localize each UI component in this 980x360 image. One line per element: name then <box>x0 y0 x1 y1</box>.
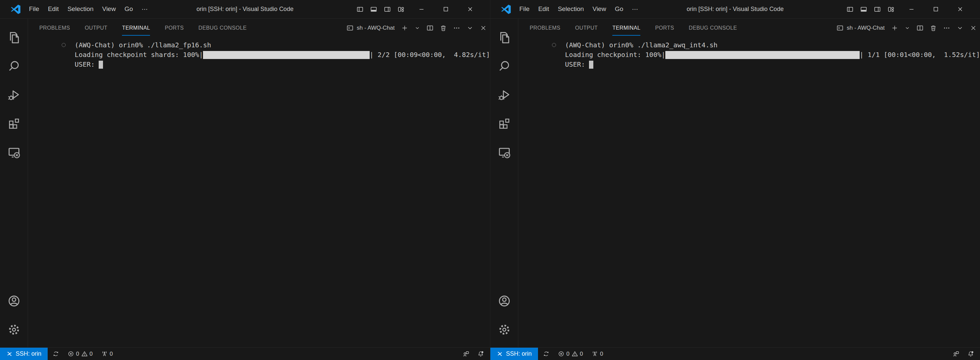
close-window-button[interactable] <box>957 6 963 12</box>
terminal-session-chip[interactable]: sh - AWQ-Chat <box>837 25 885 31</box>
feedback-icon[interactable] <box>953 350 959 357</box>
tab-terminal[interactable]: TERMINAL <box>612 19 640 37</box>
toggle-secondary-sidebar-icon[interactable] <box>384 6 391 13</box>
menu-more[interactable]: ⋯ <box>628 3 643 15</box>
new-terminal-icon[interactable] <box>401 25 408 31</box>
tab-output[interactable]: OUTPUT <box>85 19 107 37</box>
problems-status[interactable]: 0 0 <box>68 350 93 357</box>
status-items-left: 0 0 0 <box>52 350 113 357</box>
close-panel-icon[interactable] <box>970 25 977 31</box>
titlebar: File Edit Selection View Go ⋯ orin [SSH:… <box>490 0 980 19</box>
titlebar: File Edit Selection View Go ⋯ orin [SSH:… <box>0 0 490 19</box>
close-panel-icon[interactable] <box>480 25 487 31</box>
minimize-button[interactable] <box>908 6 915 12</box>
panel-tabs: PROBLEMS OUTPUT TERMINAL PORTS DEBUG CON… <box>530 19 737 37</box>
ports-status[interactable]: 0 <box>592 350 603 357</box>
menu-more[interactable]: ⋯ <box>137 3 152 15</box>
warning-icon <box>572 350 578 357</box>
ports-count: 0 <box>110 350 113 357</box>
tab-terminal[interactable]: TERMINAL <box>122 19 150 37</box>
extensions-icon[interactable] <box>490 109 518 138</box>
menu-go[interactable]: Go <box>610 3 627 15</box>
sync-status[interactable] <box>52 350 59 357</box>
progress-bar <box>203 51 369 59</box>
command-decoration-icon[interactable] <box>62 43 66 47</box>
toggle-secondary-sidebar-icon[interactable] <box>874 6 881 13</box>
customize-layout-icon[interactable] <box>398 6 404 13</box>
explorer-icon[interactable] <box>490 23 518 52</box>
terminal-launch-dropdown-icon[interactable] <box>415 25 420 31</box>
remote-indicator[interactable]: SSH: orin <box>490 348 538 360</box>
progress-bar <box>665 51 860 59</box>
tab-problems[interactable]: PROBLEMS <box>530 19 560 37</box>
menu-file[interactable]: File <box>25 3 44 15</box>
more-actions-icon[interactable] <box>943 25 950 31</box>
hide-panel-chevron-icon[interactable] <box>467 25 473 31</box>
menu-file[interactable]: File <box>515 3 534 15</box>
terminal-output[interactable]: (AWQ-Chat) orin0% ./llama2_fp16.sh Loadi… <box>28 37 490 347</box>
minimize-button[interactable] <box>418 6 425 12</box>
maximize-button[interactable] <box>443 6 449 12</box>
terminal-icon <box>347 25 353 31</box>
search-icon[interactable] <box>490 52 518 81</box>
toggle-panel-icon[interactable] <box>370 6 377 13</box>
search-icon[interactable] <box>0 52 28 81</box>
menu-view[interactable]: View <box>98 3 120 15</box>
notifications-bell-icon[interactable] <box>477 350 484 357</box>
sync-status[interactable] <box>543 350 549 357</box>
terminal-session-chip[interactable]: sh - AWQ-Chat <box>347 25 395 31</box>
menu-edit[interactable]: Edit <box>44 3 63 15</box>
desktop: File Edit Selection View Go ⋯ orin [SSH:… <box>0 0 980 360</box>
maximize-button[interactable] <box>933 6 939 12</box>
terminal-output[interactable]: (AWQ-Chat) orin0% ./llama2_awq_int4.sh L… <box>518 37 980 347</box>
accounts-icon[interactable] <box>0 287 28 315</box>
split-terminal-icon[interactable] <box>427 25 433 31</box>
layout-controls <box>847 6 894 13</box>
menu-selection[interactable]: Selection <box>63 3 98 15</box>
accounts-icon[interactable] <box>490 287 518 315</box>
kill-terminal-icon[interactable] <box>930 25 937 31</box>
problems-status[interactable]: 0 0 <box>558 350 583 357</box>
activity-bar <box>0 19 28 347</box>
tab-output[interactable]: OUTPUT <box>575 19 598 37</box>
explorer-icon[interactable] <box>0 23 28 52</box>
remote-indicator[interactable]: SSH: orin <box>0 348 48 360</box>
error-count: 0 <box>76 350 79 357</box>
progress-suffix-text: | 2/2 [00:09<00:00, 4.82s/it] <box>370 50 490 60</box>
tab-problems[interactable]: PROBLEMS <box>39 19 70 37</box>
settings-gear-icon[interactable] <box>490 315 518 344</box>
window-body: PROBLEMS OUTPUT TERMINAL PORTS DEBUG CON… <box>490 19 980 347</box>
run-debug-icon[interactable] <box>490 81 518 109</box>
customize-layout-icon[interactable] <box>888 6 894 13</box>
terminal-launch-dropdown-icon[interactable] <box>905 25 910 31</box>
toggle-sidebar-icon[interactable] <box>357 6 363 13</box>
tab-ports[interactable]: PORTS <box>165 19 184 37</box>
menu-selection[interactable]: Selection <box>553 3 588 15</box>
new-terminal-icon[interactable] <box>891 25 898 31</box>
hide-panel-chevron-icon[interactable] <box>957 25 963 31</box>
menu-view[interactable]: View <box>588 3 611 15</box>
settings-gear-icon[interactable] <box>0 315 28 344</box>
terminal-icon <box>837 25 843 31</box>
remote-explorer-icon[interactable] <box>0 138 28 167</box>
feedback-icon[interactable] <box>463 350 469 357</box>
tab-ports[interactable]: PORTS <box>655 19 674 37</box>
menu-bar: File Edit Selection View Go ⋯ <box>25 3 152 15</box>
extensions-icon[interactable] <box>0 109 28 138</box>
ports-status[interactable]: 0 <box>101 350 113 357</box>
tab-debug-console[interactable]: DEBUG CONSOLE <box>198 19 247 37</box>
toggle-sidebar-icon[interactable] <box>847 6 853 13</box>
notifications-bell-icon[interactable] <box>967 350 974 357</box>
menu-edit[interactable]: Edit <box>534 3 554 15</box>
menu-go[interactable]: Go <box>120 3 137 15</box>
run-debug-icon[interactable] <box>0 81 28 109</box>
split-terminal-icon[interactable] <box>917 25 923 31</box>
more-actions-icon[interactable] <box>453 25 460 31</box>
toggle-panel-icon[interactable] <box>860 6 867 13</box>
kill-terminal-icon[interactable] <box>440 25 447 31</box>
close-window-button[interactable] <box>467 6 473 12</box>
tab-debug-console[interactable]: DEBUG CONSOLE <box>689 19 737 37</box>
user-prompt-text: USER: <box>75 60 95 69</box>
command-decoration-icon[interactable] <box>552 43 556 47</box>
remote-explorer-icon[interactable] <box>490 138 518 167</box>
